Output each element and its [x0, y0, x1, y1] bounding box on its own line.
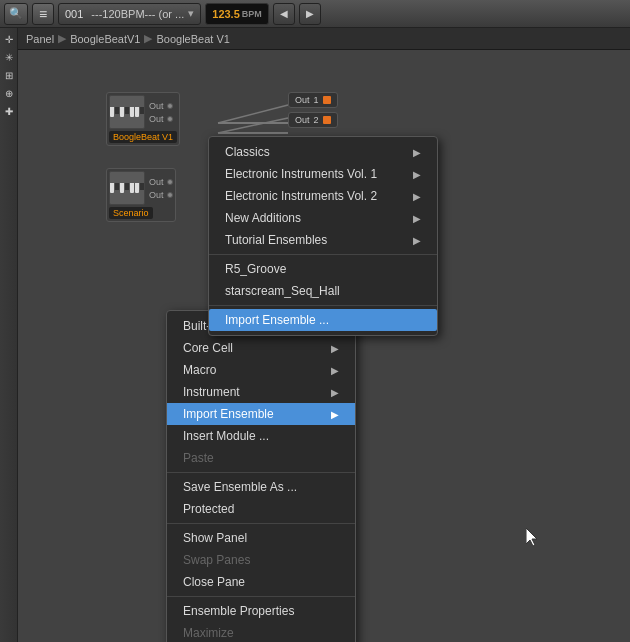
electronic-v2-arrow: ▶	[413, 191, 421, 202]
submenu-tutorial-label: Tutorial Ensembles	[225, 233, 327, 247]
submenu-electronic-v1-label: Electronic Instruments Vol. 1	[225, 167, 377, 181]
submenu-item-electronic-v1[interactable]: Electronic Instruments Vol. 1 ▶	[209, 163, 437, 185]
breadcrumb-sep-1: ▶	[58, 32, 66, 45]
electronic-v1-arrow: ▶	[413, 169, 421, 180]
menu-item-paste-label: Paste	[183, 451, 214, 465]
left-sidebar: ✛ ✳ ⊞ ⊕ ✚	[0, 28, 18, 642]
submenu-item-electronic-v2[interactable]: Electronic Instruments Vol. 2 ▶	[209, 185, 437, 207]
menu-item-core-cell-label: Core Cell	[183, 341, 233, 355]
breadcrumb-item1[interactable]: BoogleBeatV1	[70, 33, 140, 45]
submenu-item-starscream[interactable]: starscream_Seq_Hall	[209, 280, 437, 302]
output-node-1: Out 1	[288, 92, 338, 108]
classics-arrow: ▶	[413, 147, 421, 158]
track-selector[interactable]: 001 ---120BPM--- (or ... ▾	[58, 3, 201, 25]
sidebar-icon-2[interactable]: ✳	[2, 50, 16, 64]
output-node-2: Out 2	[288, 112, 338, 128]
output-1-led	[323, 96, 331, 104]
menu-item-ensemble-properties[interactable]: Ensemble Properties	[167, 600, 355, 622]
submenu-separator-2	[209, 305, 437, 306]
menu-item-core-cell[interactable]: Core Cell ▶	[167, 337, 355, 359]
transport-prev-button[interactable]: ◀	[273, 3, 295, 25]
track-number: 001	[65, 8, 83, 20]
svg-marker-4	[526, 528, 537, 546]
transport-next-button[interactable]: ▶	[299, 3, 321, 25]
menu-item-close-pane[interactable]: Close Pane	[167, 571, 355, 593]
instrument-arrow: ▶	[331, 387, 339, 398]
submenu-import-ensemble-action-label: Import Ensemble ...	[225, 313, 329, 327]
module-scenario-label: Scenario	[109, 207, 153, 219]
submenu-item-tutorial[interactable]: Tutorial Ensembles ▶	[209, 229, 437, 251]
new-additions-arrow: ▶	[413, 213, 421, 224]
track-name: ---120BPM--- (or ...	[91, 8, 184, 20]
canvas-area[interactable]: Out Out BoogleBeat V1	[18, 50, 630, 642]
main-area: Panel ▶ BoogleBeatV1 ▶ BoogleBeat V1	[18, 28, 630, 642]
menu-item-show-panel[interactable]: Show Panel	[167, 527, 355, 549]
menu-item-ensemble-properties-label: Ensemble Properties	[183, 604, 294, 618]
svg-line-3	[218, 118, 288, 133]
chevron-down-icon: ▾	[188, 7, 194, 20]
module-scenario[interactable]: Out Out Scenario	[106, 168, 176, 222]
top-toolbar: 🔍 ≡ 001 ---120BPM--- (or ... ▾ 123.5 BPM…	[0, 0, 630, 28]
menu-item-paste: Paste	[167, 447, 355, 469]
output-2-label: Out	[295, 115, 310, 125]
submenu-starscream-label: starscream_Seq_Hall	[225, 284, 340, 298]
menu-item-protected-label: Protected	[183, 502, 234, 516]
separator-3	[167, 596, 355, 597]
import-ensemble-arrow: ▶	[331, 409, 339, 420]
submenu-item-import-ensemble-action[interactable]: Import Ensemble ...	[209, 309, 437, 331]
macro-arrow: ▶	[331, 365, 339, 376]
menu-item-import-ensemble-label: Import Ensemble	[183, 407, 274, 421]
submenu-item-r5-groove[interactable]: R5_Groove	[209, 258, 437, 280]
menu-item-import-ensemble[interactable]: Import Ensemble ▶	[167, 403, 355, 425]
sidebar-icon-5[interactable]: ✚	[2, 104, 16, 118]
submenu-import-ensemble: Classics ▶ Electronic Instruments Vol. 1…	[208, 136, 438, 336]
breadcrumb: Panel ▶ BoogleBeatV1 ▶ BoogleBeat V1	[18, 28, 630, 50]
bpm-display: 123.5 BPM	[205, 3, 269, 25]
submenu-item-new-additions[interactable]: New Additions ▶	[209, 207, 437, 229]
submenu-item-classics[interactable]: Classics ▶	[209, 141, 437, 163]
context-menu: Built-In Module ▶ Core Cell ▶ Macro ▶ In…	[166, 310, 356, 642]
menu-item-instrument[interactable]: Instrument ▶	[167, 381, 355, 403]
module-booglebeat-label: BoogleBeat V1	[109, 131, 177, 143]
menu-item-close-pane-label: Close Pane	[183, 575, 245, 589]
menu-item-save-ensemble-label: Save Ensemble As ...	[183, 480, 297, 494]
breadcrumb-sep-2: ▶	[144, 32, 152, 45]
submenu-r5-groove-label: R5_Groove	[225, 262, 286, 276]
menu-item-maximize: Maximize	[167, 622, 355, 642]
menu-item-show-panel-label: Show Panel	[183, 531, 247, 545]
output-nodes: Out 1 Out 2	[288, 92, 338, 128]
menu-item-protected[interactable]: Protected	[167, 498, 355, 520]
menu-item-maximize-label: Maximize	[183, 626, 234, 640]
menu-item-macro[interactable]: Macro ▶	[167, 359, 355, 381]
menu-button[interactable]: ≡	[32, 3, 54, 25]
svg-line-2	[218, 105, 288, 123]
output-2-led	[323, 116, 331, 124]
submenu-separator-1	[209, 254, 437, 255]
sidebar-icon-1[interactable]: ✛	[2, 32, 16, 46]
menu-item-swap-panes: Swap Panes	[167, 549, 355, 571]
menu-item-instrument-label: Instrument	[183, 385, 240, 399]
breadcrumb-panel[interactable]: Panel	[26, 33, 54, 45]
module-booglebeat[interactable]: Out Out BoogleBeat V1	[106, 92, 180, 146]
tutorial-arrow: ▶	[413, 235, 421, 246]
breadcrumb-item2[interactable]: BoogleBeat V1	[156, 33, 229, 45]
menu-item-macro-label: Macro	[183, 363, 216, 377]
output-1-label: Out	[295, 95, 310, 105]
search-button[interactable]: 🔍	[4, 3, 28, 25]
menu-item-swap-panes-label: Swap Panes	[183, 553, 250, 567]
bpm-unit: BPM	[242, 9, 262, 19]
sidebar-icon-4[interactable]: ⊕	[2, 86, 16, 100]
output-1-num: 1	[314, 95, 319, 105]
menu-item-insert-module-label: Insert Module ...	[183, 429, 269, 443]
cursor	[526, 528, 538, 546]
menu-item-insert-module[interactable]: Insert Module ...	[167, 425, 355, 447]
bpm-value: 123.5	[212, 8, 240, 20]
submenu-electronic-v2-label: Electronic Instruments Vol. 2	[225, 189, 377, 203]
separator-1	[167, 472, 355, 473]
submenu-classics-label: Classics	[225, 145, 270, 159]
menu-item-save-ensemble[interactable]: Save Ensemble As ...	[167, 476, 355, 498]
submenu-new-additions-label: New Additions	[225, 211, 301, 225]
search-icon: 🔍	[9, 7, 23, 20]
output-2-num: 2	[314, 115, 319, 125]
sidebar-icon-3[interactable]: ⊞	[2, 68, 16, 82]
